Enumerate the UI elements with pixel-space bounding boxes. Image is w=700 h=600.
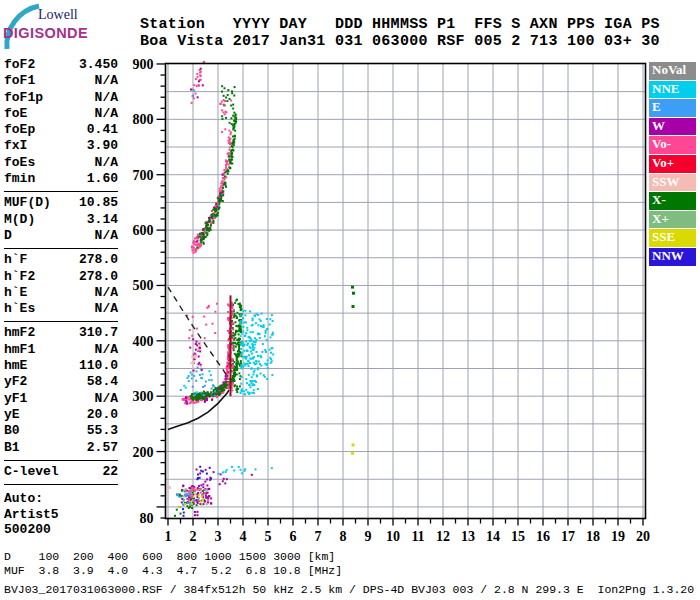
y-axis-label: 900 bbox=[133, 57, 154, 72]
legend-item-nnw: NNW bbox=[649, 248, 696, 266]
y-axis-label: 80 bbox=[140, 511, 154, 526]
legend-item-vo: Vo+ bbox=[649, 155, 696, 173]
legend-item-sse: SSE bbox=[649, 229, 696, 247]
legend-item-x: X- bbox=[649, 192, 696, 210]
x-axis-label: 16 bbox=[536, 529, 550, 544]
muf-table-muf-row: MUF 3.8 3.9 4.0 4.3 4.7 5.2 6.8 10.8 [MH… bbox=[4, 564, 342, 577]
legend-item-e: E bbox=[649, 99, 696, 117]
x-axis-label: 18 bbox=[586, 529, 600, 544]
x-axis-label: 12 bbox=[436, 529, 450, 544]
axis-ticks bbox=[157, 64, 644, 526]
x-axis-label: 8 bbox=[340, 529, 347, 544]
muf-table: D 100 200 400 600 800 1000 1500 3000 [km… bbox=[4, 550, 342, 578]
x-axis-label: 13 bbox=[461, 529, 475, 544]
y-axis-label: 800 bbox=[133, 112, 154, 127]
y-axis-label: 300 bbox=[133, 389, 154, 404]
plot-border bbox=[166, 64, 646, 519]
x-axis-label: 14 bbox=[486, 529, 500, 544]
legend-item-nne: NNE bbox=[649, 81, 696, 99]
x-axis-label: 19 bbox=[611, 529, 625, 544]
legend-item-vo: Vo- bbox=[649, 136, 696, 154]
x-axis-label: 11 bbox=[411, 529, 424, 544]
legend-item-ssw: SSW bbox=[649, 174, 696, 192]
x-axis-label: 3 bbox=[215, 529, 222, 544]
ionogram-plot: 9008007006005004003002008012345678910111… bbox=[0, 0, 700, 600]
x-axis-label: 9 bbox=[365, 529, 372, 544]
x-axis-label: 4 bbox=[240, 529, 247, 544]
x-axis-label: 17 bbox=[561, 529, 575, 544]
x-axis-label: 10 bbox=[386, 529, 400, 544]
profile-curves bbox=[168, 287, 231, 429]
x-axis-label: 1 bbox=[165, 529, 172, 544]
x-axis-label: 2 bbox=[190, 529, 197, 544]
x-axis-label: 6 bbox=[290, 529, 297, 544]
legend-item-x: X+ bbox=[649, 211, 696, 229]
y-axis-label: 500 bbox=[133, 278, 154, 293]
x-axis-label: 20 bbox=[636, 529, 650, 544]
legend-item-noval: NoVal bbox=[649, 62, 696, 80]
y-axis-labels: 90080070060050040030020080 bbox=[133, 57, 154, 526]
legend: NoValNNEEWVo-Vo+SSWX-X+SSENNW bbox=[649, 62, 696, 267]
y-axis-label: 600 bbox=[133, 223, 154, 238]
x-axis-label: 5 bbox=[265, 529, 272, 544]
gridlines bbox=[166, 64, 646, 519]
footer-file-info: BVJ03_2017031063000.RSF / 384fx512h 50 k… bbox=[4, 583, 694, 596]
legend-item-w: W bbox=[649, 118, 696, 136]
y-axis-label: 200 bbox=[133, 445, 154, 460]
x-axis-label: 7 bbox=[315, 529, 322, 544]
y-axis-label: 700 bbox=[133, 168, 154, 183]
x-axis-labels: 1234567891011121314151617181920 bbox=[165, 529, 651, 544]
x-axis-label: 15 bbox=[511, 529, 525, 544]
muf-table-distance-row: D 100 200 400 600 800 1000 1500 3000 [km… bbox=[4, 550, 335, 563]
echo-points bbox=[168, 61, 355, 517]
y-axis-label: 400 bbox=[133, 334, 154, 349]
